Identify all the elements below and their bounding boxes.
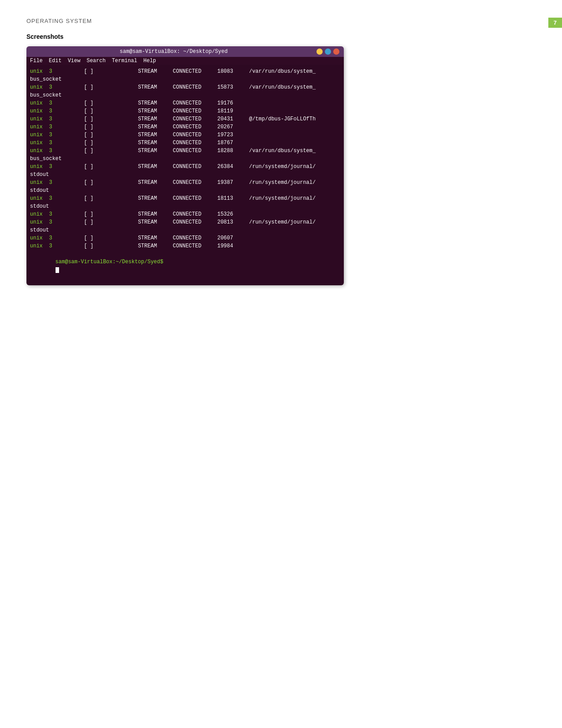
terminal-row: unix 3 [ ] STREAM CONNECTED 20431 @/tmp/… xyxy=(30,115,340,123)
terminal-titlebar: sam@sam-VirtualBox: ~/Desktop/Syed xyxy=(26,46,344,57)
terminal-prompt: sam@sam-VirtualBox:~/Desktop/Syed$ xyxy=(56,259,164,265)
terminal-prompt-line: sam@sam-VirtualBox:~/Desktop/Syed$ xyxy=(30,250,340,282)
terminal-row: unix 3 [ ] STREAM CONNECTED 18288 /var/r… xyxy=(30,147,340,155)
menu-file[interactable]: File xyxy=(30,58,43,64)
minimize-button[interactable] xyxy=(316,49,323,55)
menu-help[interactable]: Help xyxy=(143,58,156,64)
terminal-row: stdout xyxy=(30,187,340,194)
screenshots-label: Screenshots xyxy=(26,33,536,40)
menu-terminal[interactable]: Terminal xyxy=(112,58,138,64)
terminal-row: unix 3 [ ] STREAM CONNECTED 15873 /var/r… xyxy=(30,83,340,91)
menu-view[interactable]: View xyxy=(68,58,81,64)
terminal-menubar: File Edit View Search Terminal Help xyxy=(26,57,344,65)
terminal-title-text: sam@sam-VirtualBox: ~/Desktop/Syed xyxy=(31,49,316,55)
terminal-window: sam@sam-VirtualBox: ~/Desktop/Syed File … xyxy=(26,46,344,285)
terminal-row: stdout xyxy=(30,202,340,210)
menu-edit[interactable]: Edit xyxy=(49,58,62,64)
maximize-button[interactable] xyxy=(325,49,331,55)
terminal-row: unix 3 [ ] STREAM CONNECTED 19387 /run/s… xyxy=(30,179,340,187)
terminal-row: unix 3 [ ] STREAM CONNECTED 20813 /run/s… xyxy=(30,218,340,226)
terminal-row: unix 3 [ ] STREAM CONNECTED 20607 xyxy=(30,234,340,242)
terminal-window-buttons xyxy=(316,49,339,55)
terminal-row: unix 3 [ ] STREAM CONNECTED 18119 xyxy=(30,107,340,115)
terminal-body: unix 3 [ ] STREAM CONNECTED 18083 /var/r… xyxy=(26,65,344,285)
terminal-row: unix 3 [ ] STREAM CONNECTED 18113 /run/s… xyxy=(30,194,340,202)
terminal-row: unix 3 [ ] STREAM CONNECTED 19176 xyxy=(30,99,340,107)
close-button[interactable] xyxy=(333,49,339,55)
terminal-row: bus_socket xyxy=(30,155,340,163)
terminal-row: unix 3 [ ] STREAM CONNECTED 15326 xyxy=(30,210,340,218)
terminal-row: stdout xyxy=(30,226,340,234)
terminal-cursor xyxy=(56,267,59,273)
terminal-row: unix 3 [ ] STREAM CONNECTED 19984 xyxy=(30,242,340,250)
terminal-row: bus_socket xyxy=(30,75,340,83)
terminal-output: unix 3 [ ] STREAM CONNECTED 18083 /var/r… xyxy=(30,67,340,282)
terminal-row: bus_socket xyxy=(30,91,340,99)
terminal-row: unix 3 [ ] STREAM CONNECTED 18767 xyxy=(30,139,340,147)
terminal-row: stdout xyxy=(30,171,340,179)
terminal-row: unix 3 [ ] STREAM CONNECTED 26384 /run/s… xyxy=(30,163,340,171)
section-title: OPERATING SYSTEM xyxy=(26,18,536,24)
terminal-row: unix 3 [ ] STREAM CONNECTED 19723 xyxy=(30,131,340,139)
page-number-badge: 7 xyxy=(548,18,562,28)
menu-search[interactable]: Search xyxy=(86,58,105,64)
terminal-row: unix 3 [ ] STREAM CONNECTED 20267 xyxy=(30,123,340,131)
terminal-row: unix 3 [ ] STREAM CONNECTED 18083 /var/r… xyxy=(30,67,340,75)
